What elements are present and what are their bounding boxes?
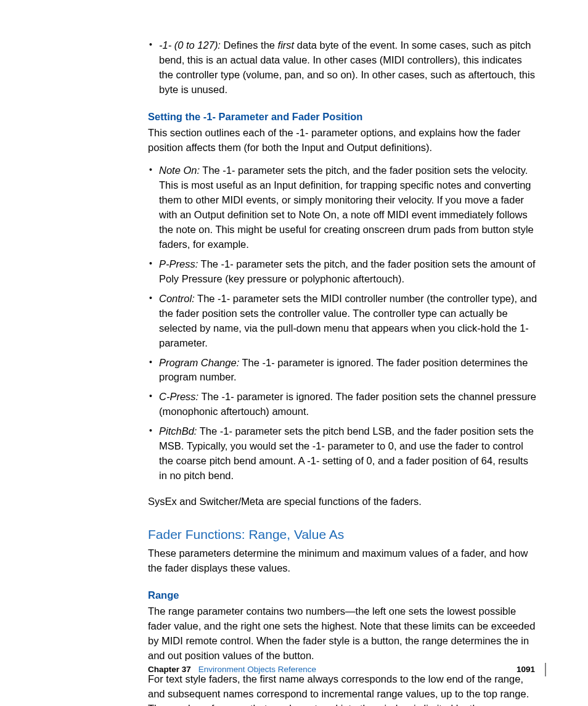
- bullet-term: C-Press:: [159, 391, 198, 402]
- bullet-term: -1- (0 to 127):: [159, 39, 221, 51]
- paragraph-sysex: SysEx and Switcher/Meta are special func…: [148, 495, 539, 509]
- paragraph-fader-intro: These parameters determine the minimum a…: [148, 546, 539, 576]
- bullet-text: The -1- parameter sets the pitch bend LS…: [159, 425, 534, 481]
- bullet-first-word: first: [278, 39, 295, 51]
- bullet-term: Control:: [159, 293, 195, 304]
- section-heading-fader-functions: Fader Functions: Range, Value As: [148, 525, 539, 544]
- subheading-setting-parameter: Setting the -1- Parameter and Fader Posi…: [148, 110, 539, 125]
- bullet-list-parameters: Note On: The -1- parameter sets the pitc…: [148, 163, 539, 483]
- bullet-term: Program Change:: [159, 357, 239, 368]
- page-number: 1091: [517, 663, 535, 676]
- bullet-text-a: Defines the: [221, 39, 278, 51]
- page-body: -1- (0 to 127): Defines the first data b…: [0, 0, 588, 706]
- bullet-list-top: -1- (0 to 127): Defines the first data b…: [148, 38, 539, 97]
- intro-paragraph: This section outlines each of the -1- pa…: [148, 126, 539, 155]
- list-item: C-Press: The -1- parameter is ignored. T…: [148, 390, 539, 419]
- list-item: Note On: The -1- parameter sets the pitc…: [148, 163, 539, 252]
- list-item: P-Press: The -1- parameter sets the pitc…: [148, 257, 539, 287]
- bullet-text: The -1- parameter sets the pitch, and th…: [159, 165, 534, 250]
- page-footer: Chapter 37 Environment Objects Reference…: [148, 663, 546, 676]
- bullet-text: The -1- parameter sets the pitch, and th…: [159, 258, 536, 284]
- list-item: Program Change: The -1- parameter is ign…: [148, 356, 539, 385]
- paragraph-range-2: For text style faders, the first name al…: [148, 672, 539, 706]
- list-item: Control: The -1- parameter sets the MIDI…: [148, 292, 539, 351]
- chapter-number-label: Chapter 37: [148, 663, 191, 676]
- bullet-text: The -1- parameter is ignored. The fader …: [159, 391, 536, 417]
- list-item: PitchBd: The -1- parameter sets the pitc…: [148, 424, 539, 483]
- bullet-term: Note On:: [159, 165, 200, 176]
- bullet-term: PitchBd:: [159, 425, 197, 437]
- subheading-range: Range: [148, 588, 539, 603]
- paragraph-range-1: The range parameter contains two numbers…: [148, 604, 539, 663]
- bullet-text: The -1- parameter sets the MIDI controll…: [159, 293, 537, 348]
- chapter-title: Environment Objects Reference: [198, 663, 316, 676]
- bullet-term: P-Press:: [159, 258, 198, 269]
- list-item: -1- (0 to 127): Defines the first data b…: [148, 38, 539, 97]
